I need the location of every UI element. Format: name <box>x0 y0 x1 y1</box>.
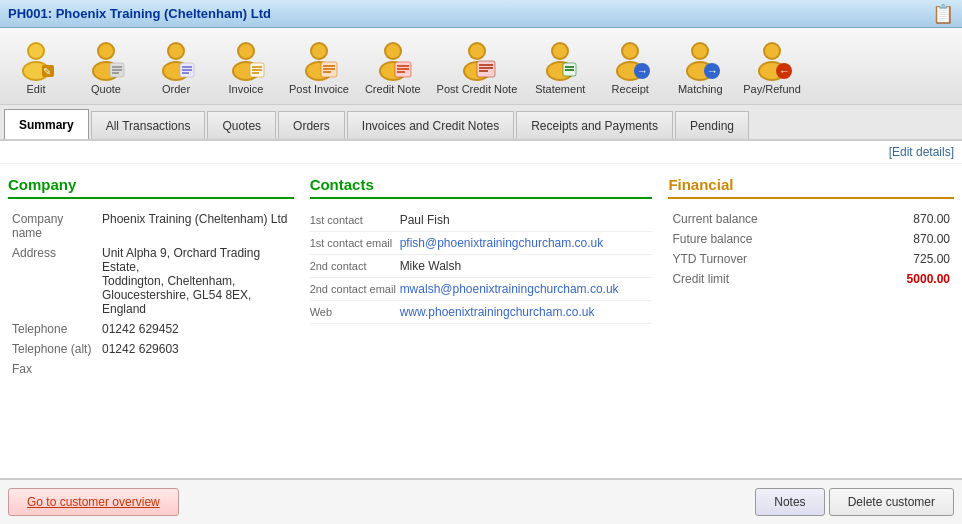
svg-text:✎: ✎ <box>43 66 51 77</box>
contact-row-2: 2nd contact Mike Walsh <box>310 255 653 278</box>
contact-2-email-value[interactable]: mwalsh@phoenixtrainingchurcham.co.uk <box>400 282 619 296</box>
delete-customer-button[interactable]: Delete customer <box>829 488 954 491</box>
contact-row-1: 1st contact Paul Fish <box>310 209 653 232</box>
matching-label: Matching <box>678 83 723 95</box>
tab-orders[interactable]: Orders <box>278 111 345 139</box>
matching-button[interactable]: → Matching <box>666 32 734 100</box>
customer-overview-button[interactable]: Go to customer overview <box>8 488 179 491</box>
post-invoice-label: Post Invoice <box>289 83 349 95</box>
ytd-turnover-label: YTD Turnover <box>668 249 852 269</box>
tab-summary[interactable]: Summary <box>4 109 89 139</box>
telephone-value: 01242 629452 <box>98 319 294 339</box>
svg-point-8 <box>99 44 113 58</box>
invoice-button[interactable]: Invoice <box>212 32 280 100</box>
table-row: Address Unit Alpha 9, Orchard Trading Es… <box>8 243 294 319</box>
svg-point-24 <box>239 44 253 58</box>
contact-1-label: 1st contact <box>310 214 400 226</box>
edit-details-bar: [Edit details] <box>0 141 962 164</box>
edit-button[interactable]: ✎ Edit <box>2 32 70 100</box>
contacts-panel: Contacts 1st contact Paul Fish 1st conta… <box>310 176 653 379</box>
address-value: Unit Alpha 9, Orchard Trading Estate,Tod… <box>98 243 294 319</box>
company-panel: Company Companyname Phoenix Training (Ch… <box>8 176 294 379</box>
future-balance-label: Future balance <box>668 229 852 249</box>
fax-label: Fax <box>8 359 98 379</box>
edit-label: Edit <box>27 83 46 95</box>
table-row: Fax <box>8 359 294 379</box>
content-panels: Company Companyname Phoenix Training (Ch… <box>0 164 962 391</box>
table-row: Future balance 870.00 <box>668 229 954 249</box>
table-row: Credit limit 5000.00 <box>668 269 954 289</box>
order-button[interactable]: Order <box>142 32 210 100</box>
toolbar: ✎ Edit Quote <box>0 28 962 105</box>
contacts-title: Contacts <box>310 176 653 199</box>
financial-panel: Financial Current balance 870.00 Future … <box>668 176 954 379</box>
title-bar: PH001: Phoenix Training (Cheltenham) Ltd… <box>0 0 962 28</box>
contact-1-email-label: 1st contact email <box>310 237 400 249</box>
telephone-label: Telephone <box>8 319 98 339</box>
contact-row-2-email: 2nd contact email mwalsh@phoenixtraining… <box>310 278 653 301</box>
ytd-turnover-value: 725.00 <box>853 249 954 269</box>
svg-point-40 <box>386 44 400 58</box>
credit-note-label: Credit Note <box>365 83 421 95</box>
table-row: Current balance 870.00 <box>668 209 954 229</box>
company-title: Company <box>8 176 294 199</box>
current-balance-label: Current balance <box>668 209 852 229</box>
svg-point-56 <box>553 44 567 58</box>
order-label: Order <box>162 83 190 95</box>
post-credit-note-button[interactable]: Post Credit Note <box>430 32 525 100</box>
company-name-value: Phoenix Training (Cheltenham) Ltd <box>98 209 294 243</box>
web-label: Web <box>310 306 400 318</box>
notes-button[interactable]: Notes <box>755 488 824 491</box>
tab-pending[interactable]: Pending <box>675 111 749 139</box>
contact-1-email-value[interactable]: pfish@phoenixtrainingchurcham.co.uk <box>400 236 604 250</box>
post-credit-note-label: Post Credit Note <box>437 83 518 95</box>
company-name-label: Companyname <box>8 209 98 243</box>
window-title: PH001: Phoenix Training (Cheltenham) Ltd <box>8 6 271 21</box>
svg-rect-50 <box>477 61 495 77</box>
receipt-button[interactable]: → Receipt <box>596 32 664 100</box>
table-row: YTD Turnover 725.00 <box>668 249 954 269</box>
telephone-alt-value: 01242 629603 <box>98 339 294 359</box>
pay-refund-label: Pay/Refund <box>743 83 800 95</box>
svg-point-75 <box>765 44 779 58</box>
table-row: Companyname Phoenix Training (Cheltenham… <box>8 209 294 243</box>
svg-point-32 <box>312 44 326 58</box>
edit-details-link[interactable]: [Edit details] <box>889 145 954 159</box>
statement-button[interactable]: Statement <box>526 32 594 100</box>
main-content: [Edit details] Company Companyname Phoen… <box>0 141 962 491</box>
contact-2-label: 2nd contact <box>310 260 400 272</box>
telephone-alt-label: Telephone (alt) <box>8 339 98 359</box>
address-label: Address <box>8 243 98 319</box>
receipt-label: Receipt <box>612 83 649 95</box>
credit-note-button[interactable]: Credit Note <box>358 32 428 100</box>
company-info-table: Companyname Phoenix Training (Cheltenham… <box>8 209 294 379</box>
financial-title: Financial <box>668 176 954 199</box>
contact-row-web: Web www.phoenixtrainingchurcham.co.uk <box>310 301 653 324</box>
contact-row-1-email: 1st contact email pfish@phoenixtrainingc… <box>310 232 653 255</box>
quote-button[interactable]: Quote <box>72 32 140 100</box>
invoice-label: Invoice <box>229 83 264 95</box>
current-balance-value: 870.00 <box>853 209 954 229</box>
tab-receipts-payments[interactable]: Receipts and Payments <box>516 111 673 139</box>
contact-2-value: Mike Walsh <box>400 259 462 273</box>
window-icon: 📋 <box>932 3 954 25</box>
financial-table: Current balance 870.00 Future balance 87… <box>668 209 954 289</box>
tab-all-transactions[interactable]: All Transactions <box>91 111 206 139</box>
footer: Go to customer overview Notes Delete cus… <box>0 478 962 491</box>
pay-refund-button[interactable]: ← Pay/Refund <box>736 32 807 100</box>
svg-point-48 <box>470 44 484 58</box>
table-row: Telephone 01242 629452 <box>8 319 294 339</box>
contact-1-value: Paul Fish <box>400 213 450 227</box>
tab-invoices-credit-notes[interactable]: Invoices and Credit Notes <box>347 111 514 139</box>
contact-2-email-label: 2nd contact email <box>310 283 400 295</box>
web-value[interactable]: www.phoenixtrainingchurcham.co.uk <box>400 305 595 319</box>
post-invoice-button[interactable]: Post Invoice <box>282 32 356 100</box>
tab-quotes[interactable]: Quotes <box>207 111 276 139</box>
credit-limit-value: 5000.00 <box>853 269 954 289</box>
svg-point-16 <box>169 44 183 58</box>
future-balance-value: 870.00 <box>853 229 954 249</box>
svg-point-2 <box>29 44 43 58</box>
svg-text:→: → <box>707 65 718 77</box>
table-row: Telephone (alt) 01242 629603 <box>8 339 294 359</box>
quote-label: Quote <box>91 83 121 95</box>
